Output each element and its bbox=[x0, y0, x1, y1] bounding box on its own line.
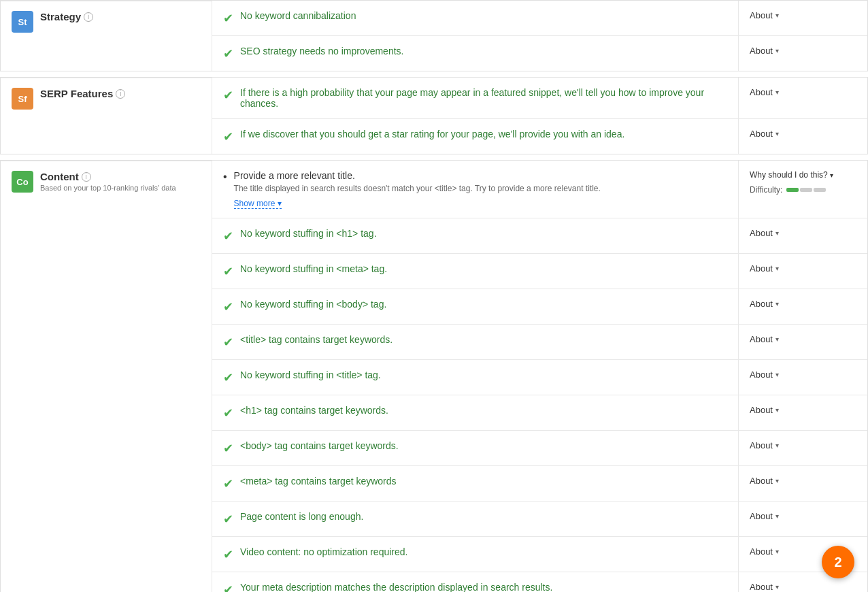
about-label: About bbox=[750, 263, 773, 274]
row-content-cell: •Provide a more relevant title.The title… bbox=[212, 161, 738, 218]
about-label: About bbox=[750, 546, 773, 557]
why-button[interactable]: Why should I do this?▾ bbox=[750, 170, 833, 180]
about-cell: About▾ bbox=[738, 325, 867, 359]
chevron-down-icon: ▾ bbox=[775, 12, 779, 19]
check-icon: ✔ bbox=[223, 299, 233, 314]
section-inner-serp: SfSERP Featuresi✔If there is a high prob… bbox=[1, 78, 867, 154]
table-row: ✔No keyword stuffing in <title> tag.Abou… bbox=[212, 359, 867, 395]
main-container: StStrategyi✔No keyword cannibalizationAb… bbox=[0, 0, 868, 592]
check-text: If we discover that you should get a sta… bbox=[240, 129, 624, 139]
chevron-down-icon: ▾ bbox=[775, 229, 779, 237]
right-panel-strategy: ✔No keyword cannibalizationAbout▾✔SEO st… bbox=[212, 1, 867, 71]
check-text: No keyword stuffing in <meta> tag. bbox=[240, 263, 387, 274]
about-button[interactable]: About▾ bbox=[750, 299, 779, 309]
table-row: ✔SEO strategy needs no improvements.Abou… bbox=[212, 35, 867, 71]
difficulty-label: Difficulty: bbox=[750, 185, 782, 195]
about-button[interactable]: About▾ bbox=[750, 440, 779, 450]
table-row: ✔<title> tag contains target keywords.Ab… bbox=[212, 324, 867, 359]
row-content-cell: ✔SEO strategy needs no improvements. bbox=[212, 36, 738, 71]
chevron-down-icon: ▾ bbox=[775, 583, 779, 591]
check-icon: ✔ bbox=[223, 229, 233, 244]
about-label: About bbox=[750, 10, 773, 20]
chevron-down-icon: ▾ bbox=[775, 47, 779, 54]
check-text: <title> tag contains target keywords. bbox=[240, 334, 393, 345]
chevron-down-icon: ▾ bbox=[775, 442, 779, 449]
check-text: <body> tag contains target keywords. bbox=[240, 440, 399, 451]
show-more-link[interactable]: Show more ▾ bbox=[234, 199, 282, 209]
info-icon[interactable]: i bbox=[82, 172, 91, 182]
about-button[interactable]: About▾ bbox=[750, 546, 779, 557]
check-text: <h1> tag contains target keywords. bbox=[240, 405, 388, 416]
about-cell: About▾ bbox=[738, 395, 867, 430]
section-title2-strategy: Strategy bbox=[40, 11, 81, 22]
chevron-down-icon: ▾ bbox=[775, 335, 779, 343]
strategy-icon-2: St bbox=[12, 11, 33, 33]
check-icon: ✔ bbox=[223, 441, 233, 456]
check-text: <meta> tag contains target keywords bbox=[240, 476, 397, 487]
section-title2-serp: SERP Features bbox=[40, 88, 113, 99]
chevron-down-icon: ▾ bbox=[775, 371, 779, 378]
section-serp: SfSERP Featuresi✔If there is a high prob… bbox=[0, 77, 868, 154]
about-button[interactable]: About▾ bbox=[750, 369, 779, 380]
about-button[interactable]: About▾ bbox=[750, 263, 779, 274]
row-content-cell: ✔<h1> tag contains target keywords. bbox=[212, 395, 738, 430]
about-button[interactable]: About▾ bbox=[750, 10, 779, 20]
about-button[interactable]: About▾ bbox=[750, 582, 779, 592]
row-content-cell: ✔No keyword stuffing in <meta> tag. bbox=[212, 254, 738, 289]
row-content-cell: ✔Your meta description matches the descr… bbox=[212, 572, 738, 592]
section-inner-content: CoContentiBased on your top 10-ranking r… bbox=[1, 161, 867, 592]
about-label: About bbox=[750, 369, 773, 380]
table-row: ✔No keyword stuffing in <body> tag.About… bbox=[212, 289, 867, 324]
chevron-down-icon: ▾ bbox=[775, 300, 779, 308]
chevron-down-icon: ▾ bbox=[775, 477, 779, 484]
check-text: No keyword cannibalization bbox=[240, 10, 356, 21]
about-button[interactable]: About▾ bbox=[750, 87, 779, 97]
check-icon: ✔ bbox=[223, 88, 233, 103]
table-row: ✔If we discover that you should get a st… bbox=[212, 118, 867, 154]
diff-bar-0 bbox=[786, 188, 799, 192]
row-content-cell: ✔<meta> tag contains target keywords bbox=[212, 466, 738, 501]
about-button[interactable]: About▾ bbox=[750, 46, 779, 56]
table-row: •Provide a more relevant title.The title… bbox=[212, 161, 867, 218]
row-content-cell: ✔<body> tag contains target keywords. bbox=[212, 431, 738, 465]
left-panel-serp: SfSERP Featuresi bbox=[1, 78, 212, 154]
check-text: If there is a high probability that your… bbox=[240, 87, 727, 109]
bullet-text-group: Provide a more relevant title.The title … bbox=[234, 170, 601, 208]
row-content-cell: ✔If we discover that you should get a st… bbox=[212, 119, 738, 154]
about-button[interactable]: About▾ bbox=[750, 511, 779, 521]
about-label: About bbox=[750, 405, 773, 415]
info-icon[interactable]: i bbox=[116, 89, 125, 99]
about-button[interactable]: About▾ bbox=[750, 228, 779, 238]
check-icon: ✔ bbox=[223, 264, 233, 279]
about-cell: About▾ bbox=[738, 289, 867, 324]
table-row: ✔Video content: no optimization required… bbox=[212, 536, 867, 572]
check-icon: ✔ bbox=[223, 582, 233, 592]
table-row: ✔If there is a high probability that you… bbox=[212, 78, 867, 118]
info-icon[interactable]: i bbox=[84, 12, 93, 22]
check-icon: ✔ bbox=[223, 335, 233, 350]
table-row: ✔No keyword stuffing in <h1> tag.About▾ bbox=[212, 218, 867, 253]
section-title2-content: Content bbox=[40, 171, 79, 182]
about-label: About bbox=[750, 582, 773, 592]
check-icon: ✔ bbox=[223, 476, 233, 491]
about-cell: About▾ bbox=[738, 360, 867, 395]
about-label: About bbox=[750, 299, 773, 309]
about-button[interactable]: About▾ bbox=[750, 129, 779, 139]
check-text: Video content: no optimization required. bbox=[240, 546, 407, 557]
about-button[interactable]: About▾ bbox=[750, 476, 779, 486]
section-strategy: StStrategyi✔No keyword cannibalizationAb… bbox=[0, 0, 868, 71]
check-icon: ✔ bbox=[223, 406, 233, 421]
section-inner-strategy: StStrategyi✔No keyword cannibalizationAb… bbox=[1, 1, 867, 71]
about-label: About bbox=[750, 440, 773, 450]
fab-button[interactable]: 2 bbox=[822, 546, 854, 578]
table-row: ✔No keyword cannibalizationAbout▾ bbox=[212, 1, 867, 35]
about-cell: About▾ bbox=[738, 119, 867, 154]
about-button[interactable]: About▾ bbox=[750, 334, 779, 344]
chevron-down-icon: ▾ bbox=[775, 512, 779, 520]
diff-bar-1 bbox=[800, 188, 812, 192]
section-content: CoContentiBased on your top 10-ranking r… bbox=[0, 160, 868, 592]
row-content-cell: ✔No keyword stuffing in <h1> tag. bbox=[212, 218, 738, 253]
right-panel-content: •Provide a more relevant title.The title… bbox=[212, 161, 867, 592]
about-button[interactable]: About▾ bbox=[750, 405, 779, 415]
about-cell: About▾ bbox=[738, 254, 867, 289]
